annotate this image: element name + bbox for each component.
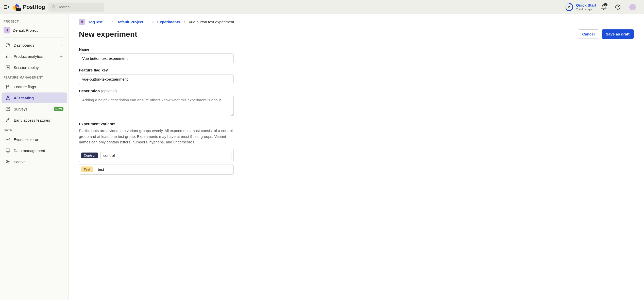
description-label: Description (optional): [79, 89, 634, 93]
sidebar-item-surveys[interactable]: Surveys NEW: [2, 104, 67, 114]
sidebar-item-product-analytics[interactable]: Product analytics: [2, 51, 67, 62]
project-selector[interactable]: H Default Project: [0, 25, 69, 35]
gauge-icon: [5, 42, 11, 48]
description-input[interactable]: [79, 95, 234, 116]
variant-tag-test: Test: [81, 166, 93, 172]
breadcrumb-org[interactable]: HogTest: [88, 20, 103, 24]
quickstart-button[interactable]: 2 Quick Start 2 still to go: [565, 3, 596, 11]
sidebar-item-label: Data management: [14, 148, 63, 153]
sidebar-item-session-replay[interactable]: Session replay: [2, 62, 67, 73]
sidebar-item-ab-testing[interactable]: A/B testing: [2, 92, 67, 103]
svg-point-10: [618, 8, 618, 8]
chevron-down-icon: [622, 6, 625, 9]
svg-rect-22: [6, 149, 10, 151]
svg-point-5: [52, 6, 54, 8]
quickstart-subtitle: 2 still to go: [576, 7, 596, 11]
monitor-icon: [5, 148, 11, 153]
breadcrumb-current: Vue button text experiment: [189, 20, 234, 24]
sidebar-item-label: People: [14, 160, 63, 164]
sidebar-item-data-management[interactable]: Data management: [2, 145, 67, 156]
chevron-right-icon: [151, 20, 155, 24]
svg-marker-18: [7, 67, 9, 68]
svg-point-4: [19, 8, 20, 9]
breadcrumb: H HogTest Default Project Experiments Vu…: [79, 19, 634, 25]
org-badge: H: [79, 19, 85, 25]
sidebar-item-event-explorer[interactable]: Event explorer: [2, 134, 67, 145]
menu-collapse-icon: [4, 4, 10, 10]
cancel-button[interactable]: Cancel: [578, 29, 599, 39]
search-box[interactable]: [48, 3, 104, 12]
user-menu-button[interactable]: L: [629, 4, 640, 10]
main-content: H HogTest Default Project Experiments Vu…: [69, 14, 644, 300]
svg-point-25: [7, 160, 8, 161]
svg-point-20: [8, 119, 9, 120]
chevron-down-icon[interactable]: [105, 21, 108, 23]
topbar: PostHog 2 Quick Start 2 still to go: [0, 0, 644, 14]
search-icon: [52, 5, 56, 9]
chevron-down-icon: [607, 6, 611, 9]
project-badge: H: [4, 27, 10, 33]
chevron-down-icon[interactable]: [146, 21, 149, 23]
sidebar-item-label: Dashboards: [14, 43, 57, 47]
bar-chart-icon: [5, 53, 11, 59]
notif-badge: 0: [603, 3, 608, 7]
sidebar-item-early-access[interactable]: Early access features: [2, 115, 67, 125]
live-icon: [5, 137, 11, 142]
name-input[interactable]: [79, 53, 234, 63]
rocket-icon: [5, 117, 11, 123]
sidebar-section-feature: FEATURE MANAGEMENT: [0, 73, 69, 81]
sidebar-item-label: Event explorer: [14, 137, 63, 142]
sidebar-item-label: Surveys: [14, 107, 51, 111]
quickstart-title: Quick Start: [576, 3, 596, 7]
variant-input-test[interactable]: [95, 165, 233, 174]
variant-row-control: Control: [79, 149, 234, 162]
search-input[interactable]: [58, 5, 101, 9]
quickstart-count: 2: [565, 3, 573, 11]
chevron-down-icon: [61, 28, 65, 32]
name-label: Name: [79, 47, 634, 51]
sidebar: PROJECT H Default Project Dashboards Pro…: [0, 14, 69, 300]
play-icon: [5, 65, 11, 70]
chevron-right-icon: [110, 20, 114, 24]
menu-toggle-button[interactable]: [4, 4, 10, 10]
help-icon: [615, 4, 621, 10]
chevron-down-icon: [60, 43, 63, 47]
sidebar-item-label: Session replay: [14, 65, 63, 70]
sidebar-item-feature-flags[interactable]: Feature flags: [2, 81, 67, 92]
people-icon: [5, 159, 11, 164]
avatar: L: [629, 4, 636, 10]
variants-label: Experiment variants: [79, 122, 634, 126]
flask-icon: [5, 95, 11, 101]
logo-icon: [13, 4, 21, 11]
svg-point-26: [9, 161, 9, 162]
new-badge: NEW: [54, 107, 63, 111]
variants-help-text: Participants are divided into variant gr…: [79, 128, 236, 145]
sidebar-item-dashboards[interactable]: Dashboards: [2, 40, 67, 50]
svg-point-21: [7, 139, 8, 140]
breadcrumb-project[interactable]: Default Project: [116, 20, 143, 24]
breadcrumb-section[interactable]: Experiments: [157, 20, 180, 24]
save-draft-button[interactable]: Save as draft: [602, 29, 634, 39]
chevron-down-icon: [637, 6, 640, 9]
flag-key-input[interactable]: [79, 74, 234, 84]
notifications-button[interactable]: 0: [601, 4, 611, 10]
sidebar-item-people[interactable]: People: [2, 156, 67, 167]
flag-key-label: Feature flag key: [79, 68, 634, 72]
svg-line-6: [54, 7, 55, 8]
sidebar-item-label: A/B testing: [14, 96, 63, 100]
sidebar-section-project: PROJECT: [0, 17, 69, 25]
plus-icon[interactable]: [59, 54, 63, 59]
svg-rect-3: [16, 8, 21, 11]
variant-input-control[interactable]: [100, 151, 231, 160]
project-name: Default Project: [13, 28, 59, 32]
sidebar-item-label: Feature flags: [14, 85, 63, 89]
page-title: New experiment: [79, 30, 578, 39]
sidebar-section-data: DATA: [0, 126, 69, 134]
survey-icon: [5, 106, 11, 112]
chevron-right-icon: [183, 20, 186, 24]
sidebar-item-label: Early access features: [14, 118, 63, 122]
logo[interactable]: PostHog: [13, 4, 45, 11]
sidebar-item-label: Product analytics: [14, 54, 56, 59]
variant-row-test: Test: [79, 164, 234, 175]
help-button[interactable]: [615, 4, 625, 10]
